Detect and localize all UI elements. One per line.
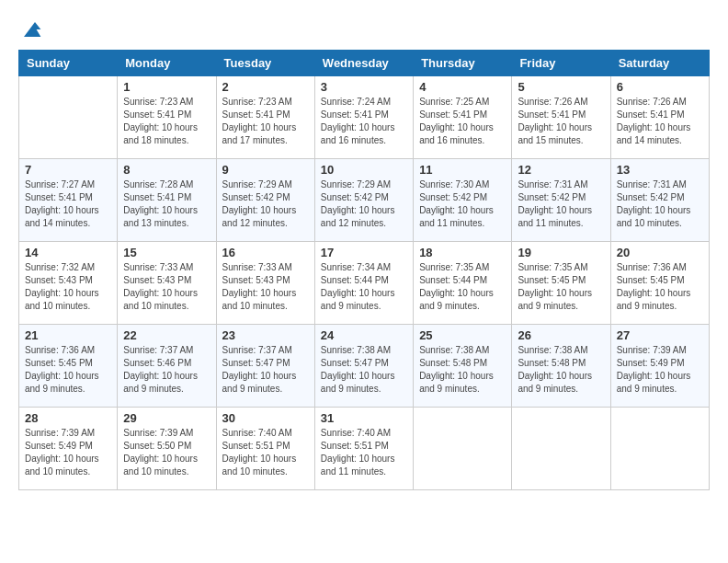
weekday-header-thursday: Thursday <box>414 51 512 76</box>
day-number: 7 <box>25 163 111 177</box>
day-number: 17 <box>321 246 407 259</box>
day-number: 31 <box>321 411 407 425</box>
calendar-cell: 21Sunrise: 7:36 AM Sunset: 5:45 PM Dayli… <box>19 325 118 408</box>
day-info: Sunrise: 7:33 AM Sunset: 5:43 PM Dayligh… <box>222 261 309 313</box>
day-info: Sunrise: 7:40 AM Sunset: 5:51 PM Dayligh… <box>321 427 407 478</box>
day-number: 16 <box>222 246 309 259</box>
calendar-cell <box>414 408 512 490</box>
calendar-cell: 6Sunrise: 7:26 AM Sunset: 5:41 PM Daylig… <box>610 76 709 159</box>
calendar-cell: 5Sunrise: 7:26 AM Sunset: 5:41 PM Daylig… <box>512 76 610 159</box>
svg-marker-0 <box>24 22 40 37</box>
logo-icon <box>20 18 42 40</box>
day-number: 15 <box>123 246 210 259</box>
day-number: 19 <box>518 246 604 259</box>
day-number: 21 <box>25 328 111 342</box>
calendar-week-2: 7Sunrise: 7:27 AM Sunset: 5:41 PM Daylig… <box>19 159 710 242</box>
calendar-cell: 31Sunrise: 7:40 AM Sunset: 5:51 PM Dayli… <box>314 408 413 490</box>
calendar-cell <box>610 408 709 490</box>
calendar-cell: 24Sunrise: 7:38 AM Sunset: 5:47 PM Dayli… <box>314 325 413 408</box>
day-info: Sunrise: 7:38 AM Sunset: 5:48 PM Dayligh… <box>518 344 604 396</box>
day-info: Sunrise: 7:35 AM Sunset: 5:45 PM Dayligh… <box>518 261 604 313</box>
day-number: 2 <box>222 80 309 94</box>
day-info: Sunrise: 7:25 AM Sunset: 5:41 PM Dayligh… <box>419 96 506 147</box>
day-number: 3 <box>321 80 407 94</box>
day-number: 29 <box>123 411 210 425</box>
calendar-week-1: 1Sunrise: 7:23 AM Sunset: 5:41 PM Daylig… <box>19 76 710 159</box>
day-number: 22 <box>123 328 210 342</box>
calendar-week-3: 14Sunrise: 7:32 AM Sunset: 5:43 PM Dayli… <box>19 242 710 325</box>
day-info: Sunrise: 7:23 AM Sunset: 5:41 PM Dayligh… <box>222 96 309 147</box>
day-number: 27 <box>617 328 703 342</box>
calendar-cell: 15Sunrise: 7:33 AM Sunset: 5:43 PM Dayli… <box>118 242 216 325</box>
calendar-cell: 19Sunrise: 7:35 AM Sunset: 5:45 PM Dayli… <box>512 242 610 325</box>
page-header <box>18 18 710 40</box>
weekday-header-saturday: Saturday <box>610 51 709 76</box>
day-number: 18 <box>419 246 506 259</box>
calendar-cell: 16Sunrise: 7:33 AM Sunset: 5:43 PM Dayli… <box>216 242 314 325</box>
weekday-header-sunday: Sunday <box>19 51 118 76</box>
calendar-cell: 10Sunrise: 7:29 AM Sunset: 5:42 PM Dayli… <box>314 159 413 242</box>
weekday-header-wednesday: Wednesday <box>314 51 413 76</box>
day-info: Sunrise: 7:26 AM Sunset: 5:41 PM Dayligh… <box>518 96 604 147</box>
calendar-cell: 8Sunrise: 7:28 AM Sunset: 5:41 PM Daylig… <box>118 159 216 242</box>
calendar-table: SundayMondayTuesdayWednesdayThursdayFrid… <box>18 50 710 490</box>
calendar-cell <box>19 76 118 159</box>
day-number: 28 <box>25 411 111 425</box>
calendar-cell: 14Sunrise: 7:32 AM Sunset: 5:43 PM Dayli… <box>19 242 118 325</box>
calendar-cell: 11Sunrise: 7:30 AM Sunset: 5:42 PM Dayli… <box>414 159 512 242</box>
day-number: 20 <box>617 246 703 259</box>
day-info: Sunrise: 7:26 AM Sunset: 5:41 PM Dayligh… <box>617 96 703 147</box>
calendar-cell: 20Sunrise: 7:36 AM Sunset: 5:45 PM Dayli… <box>610 242 709 325</box>
day-info: Sunrise: 7:29 AM Sunset: 5:42 PM Dayligh… <box>222 178 309 230</box>
day-info: Sunrise: 7:32 AM Sunset: 5:43 PM Dayligh… <box>25 261 111 313</box>
weekday-header-monday: Monday <box>118 51 216 76</box>
calendar-cell: 13Sunrise: 7:31 AM Sunset: 5:42 PM Dayli… <box>610 159 709 242</box>
day-info: Sunrise: 7:36 AM Sunset: 5:45 PM Dayligh… <box>25 344 111 396</box>
day-info: Sunrise: 7:31 AM Sunset: 5:42 PM Dayligh… <box>617 178 703 230</box>
day-number: 24 <box>321 328 407 342</box>
weekday-header-tuesday: Tuesday <box>216 51 314 76</box>
day-number: 26 <box>518 328 604 342</box>
day-info: Sunrise: 7:37 AM Sunset: 5:47 PM Dayligh… <box>222 344 309 396</box>
day-number: 6 <box>617 80 703 94</box>
calendar-cell: 22Sunrise: 7:37 AM Sunset: 5:46 PM Dayli… <box>118 325 216 408</box>
calendar-cell: 28Sunrise: 7:39 AM Sunset: 5:49 PM Dayli… <box>19 408 118 490</box>
day-number: 30 <box>222 411 309 425</box>
calendar-cell: 26Sunrise: 7:38 AM Sunset: 5:48 PM Dayli… <box>512 325 610 408</box>
day-info: Sunrise: 7:34 AM Sunset: 5:44 PM Dayligh… <box>321 261 407 313</box>
calendar-cell: 25Sunrise: 7:38 AM Sunset: 5:48 PM Dayli… <box>414 325 512 408</box>
day-number: 25 <box>419 328 506 342</box>
calendar-cell: 9Sunrise: 7:29 AM Sunset: 5:42 PM Daylig… <box>216 159 314 242</box>
day-info: Sunrise: 7:35 AM Sunset: 5:44 PM Dayligh… <box>419 261 506 313</box>
weekday-header-friday: Friday <box>512 51 610 76</box>
calendar-cell: 2Sunrise: 7:23 AM Sunset: 5:41 PM Daylig… <box>216 76 314 159</box>
day-info: Sunrise: 7:23 AM Sunset: 5:41 PM Dayligh… <box>123 96 210 147</box>
calendar-cell: 17Sunrise: 7:34 AM Sunset: 5:44 PM Dayli… <box>314 242 413 325</box>
calendar-cell: 7Sunrise: 7:27 AM Sunset: 5:41 PM Daylig… <box>19 159 118 242</box>
calendar-cell: 18Sunrise: 7:35 AM Sunset: 5:44 PM Dayli… <box>414 242 512 325</box>
day-number: 1 <box>123 80 210 94</box>
calendar-cell: 3Sunrise: 7:24 AM Sunset: 5:41 PM Daylig… <box>314 76 413 159</box>
day-number: 10 <box>321 163 407 177</box>
day-info: Sunrise: 7:38 AM Sunset: 5:48 PM Dayligh… <box>419 344 506 396</box>
calendar-cell: 27Sunrise: 7:39 AM Sunset: 5:49 PM Dayli… <box>610 325 709 408</box>
day-info: Sunrise: 7:36 AM Sunset: 5:45 PM Dayligh… <box>617 261 703 313</box>
day-info: Sunrise: 7:27 AM Sunset: 5:41 PM Dayligh… <box>25 178 111 230</box>
day-info: Sunrise: 7:28 AM Sunset: 5:41 PM Dayligh… <box>123 178 210 230</box>
calendar-header-row: SundayMondayTuesdayWednesdayThursdayFrid… <box>19 51 710 76</box>
calendar-cell: 30Sunrise: 7:40 AM Sunset: 5:51 PM Dayli… <box>216 408 314 490</box>
calendar-cell: 4Sunrise: 7:25 AM Sunset: 5:41 PM Daylig… <box>414 76 512 159</box>
day-info: Sunrise: 7:38 AM Sunset: 5:47 PM Dayligh… <box>321 344 407 396</box>
calendar-cell: 1Sunrise: 7:23 AM Sunset: 5:41 PM Daylig… <box>118 76 216 159</box>
calendar-cell: 23Sunrise: 7:37 AM Sunset: 5:47 PM Dayli… <box>216 325 314 408</box>
day-info: Sunrise: 7:39 AM Sunset: 5:49 PM Dayligh… <box>25 427 111 478</box>
day-info: Sunrise: 7:33 AM Sunset: 5:43 PM Dayligh… <box>123 261 210 313</box>
day-info: Sunrise: 7:30 AM Sunset: 5:42 PM Dayligh… <box>419 178 506 230</box>
day-info: Sunrise: 7:40 AM Sunset: 5:51 PM Dayligh… <box>222 427 309 478</box>
day-number: 5 <box>518 80 604 94</box>
day-number: 8 <box>123 163 210 177</box>
calendar-cell: 12Sunrise: 7:31 AM Sunset: 5:42 PM Dayli… <box>512 159 610 242</box>
day-number: 4 <box>419 80 506 94</box>
calendar-cell: 29Sunrise: 7:39 AM Sunset: 5:50 PM Dayli… <box>118 408 216 490</box>
logo <box>18 18 42 40</box>
